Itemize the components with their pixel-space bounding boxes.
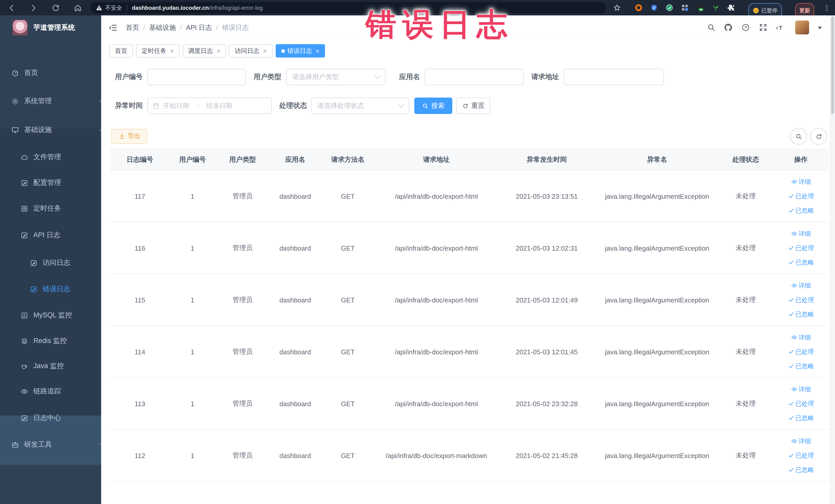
- detail-link[interactable]: 详细: [791, 177, 811, 186]
- sidebar-item-scheduled-jobs[interactable]: 定时任务: [0, 197, 101, 220]
- edit-square-icon: [30, 259, 38, 267]
- status-badge: 未处理: [719, 347, 773, 356]
- active-tab-dot: [281, 49, 285, 53]
- page-scrollbar[interactable]: [830, 15, 835, 504]
- ignored-link[interactable]: 已忽略: [788, 206, 814, 215]
- request-url-input[interactable]: [564, 69, 664, 85]
- tag-list: 首页 定时任务× 调度日志× 访问日志× 错误日志×: [109, 44, 325, 58]
- sidebar-fold-icon[interactable]: [108, 23, 118, 32]
- annotation-overlay: 错误日志: [366, 4, 513, 46]
- processed-link[interactable]: 已处理: [788, 347, 814, 356]
- svg-text:T: T: [779, 24, 782, 31]
- chevron-up-icon: [99, 128, 101, 134]
- user-id-input[interactable]: [147, 69, 246, 85]
- close-icon[interactable]: ×: [170, 47, 174, 54]
- app-logo[interactable]: 芋道管理系统: [12, 20, 75, 36]
- home-icon[interactable]: [74, 3, 82, 12]
- tab-schedule-log[interactable]: 调度日志×: [183, 44, 226, 58]
- tab-scheduled-jobs[interactable]: 定时任务×: [136, 44, 179, 58]
- process-status-select[interactable]: 请选择处理状态: [311, 98, 409, 114]
- table-row: 115 1 管理员 dashboard GET /api/infra/db-do…: [110, 274, 829, 326]
- omnibox-divider: [127, 5, 127, 11]
- tab-home[interactable]: 首页: [109, 44, 133, 58]
- exception-time-range-picker[interactable]: 开始日期 - 结束日期: [147, 98, 271, 114]
- close-icon[interactable]: ×: [316, 47, 320, 54]
- sidebar-item-log-center[interactable]: 日志中心: [0, 407, 101, 429]
- orange-ring-extension-icon[interactable]: [634, 4, 643, 12]
- ignored-link[interactable]: 已忽略: [788, 465, 814, 474]
- back-icon[interactable]: [7, 3, 16, 12]
- breadcrumb: 首页 / 基础设施 / API 日志 / 错误日志: [126, 15, 249, 40]
- processed-link[interactable]: 已处理: [788, 296, 814, 304]
- detail-link[interactable]: 详细: [791, 229, 811, 238]
- sidebar-item-api-log[interactable]: API 日志: [0, 224, 101, 246]
- green-check-extension-icon[interactable]: [665, 4, 674, 12]
- emoji-face-icon: [753, 7, 759, 14]
- export-button[interactable]: 导出: [111, 129, 147, 144]
- sidebar-item-config-manage[interactable]: 配置管理: [0, 172, 101, 194]
- fullscreen-icon[interactable]: [759, 23, 768, 32]
- sidebar-item-java-monitor[interactable]: Java 监控: [0, 355, 101, 378]
- apps-grid-extension-icon[interactable]: [681, 4, 689, 12]
- sidebar-item-infra[interactable]: 基础设施: [0, 119, 101, 141]
- toggle-search-button[interactable]: [790, 128, 807, 145]
- scrollbar-thumb[interactable]: [831, 16, 834, 114]
- detail-link[interactable]: 详细: [791, 385, 811, 394]
- security-label: 不安全: [105, 4, 122, 12]
- sidebar-item-error-log[interactable]: 错误日志: [0, 278, 101, 300]
- detail-link[interactable]: 详细: [791, 437, 811, 445]
- table-header: 日志编号 用户编号 用户类型 应用名 请求方法名 请求地址 异常发生时间 异常名…: [110, 149, 829, 170]
- avatar-caret-down-icon[interactable]: [818, 27, 822, 29]
- close-icon[interactable]: ×: [263, 47, 267, 54]
- sidebar-item-home[interactable]: 首页: [0, 62, 101, 84]
- breadcrumb-infra[interactable]: 基础设施: [149, 23, 176, 32]
- chevron-down-icon: [374, 73, 381, 79]
- processed-link[interactable]: 已处理: [788, 192, 814, 201]
- shield-extension-icon[interactable]: [650, 4, 658, 12]
- tab-error-log[interactable]: 错误日志×: [276, 44, 325, 58]
- help-icon[interactable]: ?: [741, 23, 750, 32]
- ignored-link[interactable]: 已忽略: [788, 362, 814, 370]
- detail-link[interactable]: 详细: [791, 281, 811, 290]
- user-type-select[interactable]: 请选择用户类型: [286, 69, 386, 85]
- breadcrumb-home[interactable]: 首页: [126, 23, 139, 32]
- ignored-link[interactable]: 已忽略: [788, 258, 814, 267]
- sidebar-item-redis-monitor[interactable]: Redis 监控: [0, 330, 101, 352]
- refresh-table-button[interactable]: [810, 128, 827, 145]
- close-icon[interactable]: ×: [217, 47, 220, 54]
- sidebar-item-file-manage[interactable]: 文件管理: [0, 146, 101, 168]
- detail-link[interactable]: 详细: [791, 333, 811, 342]
- cloud-icon: [21, 153, 28, 161]
- processed-link[interactable]: 已处理: [788, 244, 814, 253]
- address-bar[interactable]: 不安全 dashboard.yudao.iocoder.cn/infra/log…: [90, 2, 606, 13]
- search-button[interactable]: 搜索: [414, 98, 452, 114]
- plant-extension-icon[interactable]: [712, 4, 720, 12]
- forward-icon[interactable]: [29, 3, 38, 12]
- bookmark-star-icon[interactable]: [613, 0, 621, 15]
- processed-link[interactable]: 已处理: [788, 399, 814, 408]
- status-badge: 未处理: [719, 243, 773, 253]
- sidebar-item-dev-tools[interactable]: 研发工具: [0, 434, 101, 456]
- sidebar-item-system[interactable]: 系统管理: [0, 90, 101, 113]
- paused-label: 已暂停: [761, 7, 777, 14]
- on-switch-extension-icon[interactable]: on: [696, 4, 704, 12]
- puzzle-extension-icon[interactable]: [727, 4, 735, 12]
- sidebar-item-access-log[interactable]: 访问日志: [0, 251, 101, 274]
- search-icon[interactable]: [707, 23, 716, 32]
- reset-button[interactable]: 重置: [456, 98, 490, 114]
- browser-menu-icon[interactable]: [823, 0, 831, 15]
- user-avatar[interactable]: [795, 21, 809, 35]
- breadcrumb-api-log[interactable]: API 日志: [186, 23, 212, 32]
- ignored-link[interactable]: 已忽略: [788, 414, 814, 422]
- tab-access-log[interactable]: 访问日志×: [229, 44, 272, 58]
- processed-link[interactable]: 已处理: [788, 451, 814, 460]
- eye-icon: [21, 387, 28, 395]
- sidebar-item-tracing[interactable]: 链路追踪: [0, 380, 101, 403]
- font-size-icon[interactable]: TT: [775, 23, 784, 32]
- ignored-link[interactable]: 已忽略: [788, 310, 814, 319]
- sidebar-item-mysql-monitor[interactable]: MySQL 监控: [0, 304, 101, 327]
- github-icon[interactable]: [724, 23, 733, 32]
- reload-icon[interactable]: [51, 3, 60, 12]
- app-name-input[interactable]: [425, 69, 524, 85]
- app-title: 芋道管理系统: [33, 23, 75, 32]
